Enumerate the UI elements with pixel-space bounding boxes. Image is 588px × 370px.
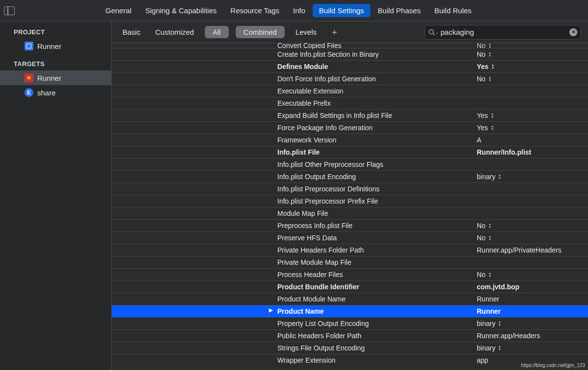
value-stepper-icon[interactable]: ▴▾ [489,76,491,82]
setting-row[interactable]: Expand Build Settings in Info.plist File… [112,109,588,121]
tab-info[interactable]: Info [287,4,312,17]
setting-row[interactable]: ▶Product NameRunner [112,305,588,317]
setting-row[interactable]: Private Module Map File [112,256,588,268]
config-tabs: GeneralSigning & CapabilitiesResource Ta… [99,4,478,17]
search-scope-caret-icon[interactable]: ⌄ [435,30,439,35]
sidebar-target-runner[interactable]: Runner [0,70,111,85]
settings-table[interactable]: Convert Copied FilesNo▴▾Create Info.plis… [112,43,588,370]
setting-value[interactable]: No [477,234,486,242]
setting-row[interactable]: Info.plist Preprocessor Prefix File [112,195,588,207]
setting-label: Private Headers Folder Path [277,246,364,254]
clear-search-button[interactable]: ✕ [569,28,577,36]
setting-row[interactable]: Strings File Output Encodingbinary▴▾ [112,342,588,354]
value-stepper-icon[interactable]: ▴▾ [489,223,491,229]
setting-row[interactable]: Info.plist Preprocessor Definitions [112,183,588,195]
setting-row[interactable]: Module Map File [112,207,588,219]
setting-value[interactable]: Runner.app/Headers [477,332,540,340]
sidebar-target-label: share [37,89,56,97]
setting-value[interactable]: A [477,136,481,144]
setting-value[interactable]: No [477,75,486,83]
search-input[interactable] [424,25,581,40]
setting-value[interactable]: No [477,43,486,49]
setting-value[interactable]: binary [477,173,495,181]
setting-label: Info.plist Preprocessor Definitions [277,185,380,193]
search-icon [428,29,435,36]
setting-row[interactable]: Wrapper Extensionapp [112,354,588,366]
setting-label: Preserve HFS Data [277,234,337,242]
setting-label: Module Map File [277,209,328,217]
setting-row[interactable]: Create Info.plist Section in BinaryNo▴▾ [112,48,588,60]
setting-value[interactable]: binary [477,344,495,352]
scope-segment-1[interactable]: All [205,26,229,38]
setting-row[interactable]: Executable Extension [112,85,588,97]
setting-value[interactable]: Runner.app/PrivateHeaders [477,246,562,254]
tab-resource-tags[interactable]: Resource Tags [224,4,286,17]
setting-row[interactable]: Product Module NameRunner [112,293,588,305]
value-stepper-icon[interactable]: ▴▾ [499,345,501,351]
tab-signing-capabilities[interactable]: Signing & Capabilities [139,4,223,17]
setting-value[interactable]: Runner/Info.plist [477,148,531,156]
sidebar-project-item[interactable]: Runner [0,39,111,53]
setting-row[interactable]: Convert Copied FilesNo▴▾ [112,43,588,48]
setting-value[interactable]: No [477,271,486,278]
setting-label: Executable Prefix [277,99,331,107]
setting-row[interactable]: Preprocess Info.plist FileNo▴▾ [112,219,588,231]
setting-row[interactable]: Property List Output Encodingbinary▴▾ [112,317,588,329]
value-stepper-icon[interactable]: ▴▾ [499,321,501,326]
setting-value[interactable]: com.jvtd.bop [477,283,519,291]
setting-row[interactable]: Executable Prefix [112,97,588,109]
disclosure-icon[interactable]: ▶ [269,307,273,313]
setting-label: Wrapper Extension [277,356,336,364]
setting-row[interactable]: Info.plist Other Preprocessor Flags [112,158,588,170]
scope-combined[interactable]: Combined [236,26,285,38]
setting-row[interactable]: Force Package Info GenerationYes▴▾ [112,121,588,134]
setting-row[interactable]: Info.plist FileRunner/Info.plist [112,146,588,158]
sidebar: PROJECT Runner TARGETS RunnerEshare [0,22,112,370]
value-stepper-icon[interactable]: ▴▾ [489,272,491,278]
setting-label: Private Module Map File [277,258,351,266]
tab-build-rules[interactable]: Build Rules [428,4,478,17]
setting-value[interactable]: Yes [477,63,489,70]
setting-row[interactable]: Product Bundle Identifiercom.jvtd.bop [112,280,588,293]
tab-general[interactable]: General [99,4,138,17]
value-stepper-icon[interactable]: ▴▾ [489,43,491,48]
setting-row[interactable]: Public Headers Folder PathRunner.app/Hea… [112,329,588,342]
panel-toggle-icon[interactable] [4,6,15,15]
value-stepper-icon[interactable]: ▴▾ [499,174,501,180]
tab-build-settings[interactable]: Build Settings [313,4,370,17]
setting-value[interactable]: Yes [477,112,488,119]
tab-build-phases[interactable]: Build Phases [371,4,427,17]
value-stepper-icon[interactable]: ▴▾ [491,113,493,118]
search-wrap: ⌄ ✕ [424,25,581,40]
setting-value[interactable]: No [477,222,486,230]
filter-customized[interactable]: Customized [151,26,198,38]
sidebar-target-share[interactable]: Eshare [0,85,111,100]
add-setting-button[interactable]: ＋ [327,26,342,38]
setting-row[interactable]: Info.plist Output Encodingbinary▴▾ [112,170,588,183]
scope-segment-2[interactable]: Combined [236,26,285,38]
setting-value[interactable]: No [477,50,486,58]
setting-row[interactable]: Process Header FilesNo▴▾ [112,268,588,280]
setting-row[interactable]: Defines ModuleYes▴▾ [112,60,588,72]
footer-watermark: https://blog.csdn.net/gjm_123 [521,363,585,368]
setting-row[interactable]: Preserve HFS DataNo▴▾ [112,231,588,244]
setting-value[interactable]: app [477,356,488,364]
value-stepper-icon[interactable]: ▴▾ [489,235,491,241]
value-stepper-icon[interactable]: ▴▾ [489,51,491,57]
scope-all[interactable]: All [205,26,229,38]
setting-value[interactable]: Yes [477,124,488,132]
value-stepper-icon[interactable]: ▴▾ [492,64,494,69]
filter-levels[interactable]: Levels [292,26,320,38]
sidebar-target-label: Runner [37,74,61,82]
setting-row[interactable]: Framework VersionA [112,134,588,146]
extension-target-icon: E [24,88,33,97]
setting-value[interactable]: binary [477,320,495,327]
setting-label: Framework Version [277,136,337,144]
setting-value[interactable]: Runner [477,295,499,303]
setting-row[interactable]: Don't Force Info.plist GenerationNo▴▾ [112,72,588,85]
filter-basic[interactable]: Basic [119,26,145,38]
setting-value[interactable]: Runner [477,307,501,315]
sidebar-header-targets: TARGETS [0,57,111,70]
setting-row[interactable]: Private Headers Folder PathRunner.app/Pr… [112,244,588,256]
value-stepper-icon[interactable]: ▴▾ [491,125,493,131]
